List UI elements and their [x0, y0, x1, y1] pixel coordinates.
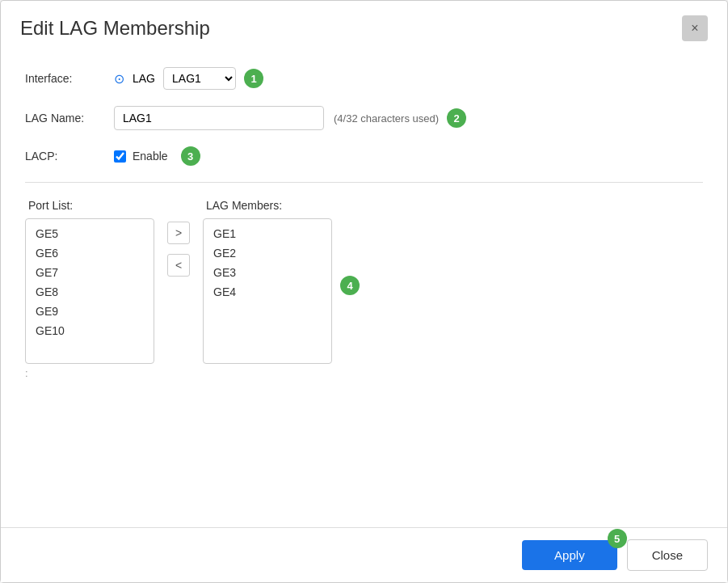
step4-badge: 4	[340, 276, 360, 295]
port-list: GE5 GE6 GE7 GE8 GE9 GE10	[26, 219, 154, 345]
list-item[interactable]: GE4	[204, 282, 331, 302]
lag-members-list: GE1 GE2 GE3 GE4	[204, 219, 331, 306]
dialog-footer: Apply 5 Close	[1, 527, 727, 582]
lacp-label: LACP:	[25, 150, 114, 163]
lists-section: Port List: GE5 GE6 GE7 GE8 GE9 GE10 > <	[25, 199, 703, 364]
colon-note: :	[25, 367, 703, 379]
dialog-header: Edit LAG Membership ×	[1, 1, 727, 51]
lag-members-title: LAG Members:	[206, 199, 332, 212]
lacp-row: LACP: Enable 3	[25, 146, 703, 166]
lacp-checkbox-group: Enable 3	[114, 146, 200, 166]
list-item[interactable]: GE1	[204, 224, 331, 243]
chars-used-label: (4/32 characters used)	[334, 112, 439, 125]
remove-member-button[interactable]: <	[167, 254, 190, 277]
dialog-close-button[interactable]: ×	[682, 15, 708, 41]
interface-label: Interface:	[25, 72, 114, 85]
list-item[interactable]: GE7	[26, 263, 154, 282]
lag-members-list-container: LAG Members: GE1 GE2 GE3 GE4	[203, 199, 332, 364]
list-item[interactable]: GE8	[26, 282, 154, 302]
interface-radio-group: ⊙ LAG LAG1 LAG2 LAG3 1	[114, 67, 263, 90]
list-item[interactable]: GE10	[26, 321, 154, 340]
lag-name-input[interactable]	[114, 106, 324, 130]
dialog-title: Edit LAG Membership	[20, 17, 210, 40]
step3-badge: 3	[181, 146, 200, 166]
lacp-enable-label: Enable	[133, 150, 168, 163]
footer-close-button[interactable]: Close	[627, 539, 708, 571]
arrow-buttons: > <	[154, 222, 203, 277]
lacp-checkbox[interactable]	[114, 150, 126, 163]
list-item[interactable]: GE3	[204, 263, 331, 282]
lag-members-container: LAG Members: GE1 GE2 GE3 GE4 4	[203, 199, 360, 364]
interface-radio-label: LAG	[133, 72, 155, 85]
list-item[interactable]: GE6	[26, 243, 154, 263]
port-list-container: Port List: GE5 GE6 GE7 GE8 GE9 GE10	[25, 199, 154, 364]
step2-badge: 2	[447, 108, 466, 128]
radio-icon: ⊙	[114, 71, 124, 87]
list-item[interactable]: GE9	[26, 302, 154, 321]
list-item[interactable]: GE2	[204, 243, 331, 263]
lag-name-row: LAG Name: (4/32 characters used) 2	[25, 106, 703, 130]
lag-select[interactable]: LAG1 LAG2 LAG3	[163, 67, 236, 90]
list-item[interactable]: GE5	[26, 224, 154, 243]
lag-select-wrap: LAG1 LAG2 LAG3	[163, 67, 236, 90]
lag-members-list-box[interactable]: GE1 GE2 GE3 GE4	[203, 218, 332, 364]
port-list-box[interactable]: GE5 GE6 GE7 GE8 GE9 GE10	[25, 218, 154, 364]
add-member-button[interactable]: >	[167, 222, 190, 244]
step1-badge: 1	[244, 69, 263, 88]
interface-row: Interface: ⊙ LAG LAG1 LAG2 LAG3 1	[25, 67, 703, 90]
dialog-body: Interface: ⊙ LAG LAG1 LAG2 LAG3 1 LAG Na…	[1, 51, 727, 395]
lag-name-label: LAG Name:	[25, 112, 114, 125]
section-divider	[25, 182, 703, 183]
edit-lag-dialog: Edit LAG Membership × Interface: ⊙ LAG L…	[0, 0, 728, 583]
apply-button[interactable]: Apply 5	[522, 540, 617, 570]
step5-badge: 5	[608, 529, 627, 548]
port-list-title: Port List:	[28, 199, 154, 212]
